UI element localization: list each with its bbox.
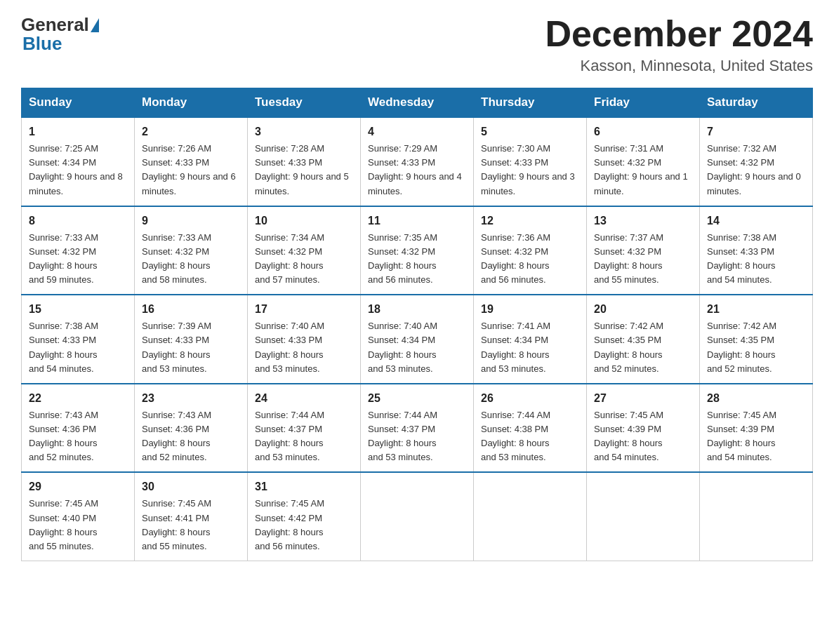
calendar-cell: 31 Sunrise: 7:45 AMSunset: 4:42 PMDaylig… [248, 472, 361, 561]
title-section: December 2024 Kasson, Minnesota, United … [545, 14, 813, 75]
day-number: 29 [29, 478, 127, 495]
calendar-cell: 19 Sunrise: 7:41 AMSunset: 4:34 PMDaylig… [474, 295, 587, 384]
calendar-cell: 29 Sunrise: 7:45 AMSunset: 4:40 PMDaylig… [22, 472, 135, 561]
day-number: 13 [594, 213, 692, 229]
calendar-cell: 10 Sunrise: 7:34 AMSunset: 4:32 PMDaylig… [248, 206, 361, 295]
calendar-cell: 11 Sunrise: 7:35 AMSunset: 4:32 PMDaylig… [361, 206, 474, 295]
calendar-header-monday: Monday [135, 88, 248, 118]
day-info: Sunrise: 7:45 AMSunset: 4:41 PMDaylight:… [142, 498, 211, 551]
calendar-cell: 28 Sunrise: 7:45 AMSunset: 4:39 PMDaylig… [700, 384, 813, 473]
day-info: Sunrise: 7:40 AMSunset: 4:33 PMDaylight:… [255, 321, 324, 373]
day-info: Sunrise: 7:43 AMSunset: 4:36 PMDaylight:… [29, 410, 98, 462]
day-info: Sunrise: 7:44 AMSunset: 4:37 PMDaylight:… [255, 410, 324, 462]
calendar-cell: 8 Sunrise: 7:33 AMSunset: 4:32 PMDayligh… [22, 206, 135, 295]
calendar-cell: 30 Sunrise: 7:45 AMSunset: 4:41 PMDaylig… [135, 472, 248, 561]
day-info: Sunrise: 7:31 AMSunset: 4:32 PMDaylight:… [594, 143, 688, 196]
day-info: Sunrise: 7:44 AMSunset: 4:37 PMDaylight:… [368, 410, 437, 462]
day-info: Sunrise: 7:39 AMSunset: 4:33 PMDaylight:… [142, 321, 211, 373]
day-info: Sunrise: 7:32 AMSunset: 4:32 PMDaylight:… [707, 143, 801, 196]
day-number: 1 [29, 123, 127, 140]
calendar-cell: 23 Sunrise: 7:43 AMSunset: 4:36 PMDaylig… [135, 384, 248, 473]
calendar-cell: 6 Sunrise: 7:31 AMSunset: 4:32 PMDayligh… [587, 117, 700, 206]
day-info: Sunrise: 7:45 AMSunset: 4:40 PMDaylight:… [29, 498, 98, 551]
calendar-cell: 13 Sunrise: 7:37 AMSunset: 4:32 PMDaylig… [587, 206, 700, 295]
day-info: Sunrise: 7:41 AMSunset: 4:34 PMDaylight:… [481, 321, 550, 373]
calendar-header-friday: Friday [587, 88, 700, 118]
day-number: 26 [481, 390, 579, 407]
day-number: 18 [368, 301, 466, 318]
calendar-cell: 5 Sunrise: 7:30 AMSunset: 4:33 PMDayligh… [474, 117, 587, 206]
page-header: General Blue December 2024 Kasson, Minne… [21, 14, 813, 75]
day-number: 4 [368, 123, 466, 140]
day-number: 10 [255, 213, 353, 229]
day-number: 28 [707, 390, 805, 407]
calendar-cell: 17 Sunrise: 7:40 AMSunset: 4:33 PMDaylig… [248, 295, 361, 384]
calendar-week-row: 8 Sunrise: 7:33 AMSunset: 4:32 PMDayligh… [22, 206, 813, 295]
day-number: 12 [481, 213, 579, 229]
calendar-header-tuesday: Tuesday [248, 88, 361, 118]
calendar-table: SundayMondayTuesdayWednesdayThursdayFrid… [21, 88, 813, 561]
day-number: 6 [594, 123, 692, 140]
day-info: Sunrise: 7:30 AMSunset: 4:33 PMDaylight:… [481, 143, 575, 196]
day-info: Sunrise: 7:43 AMSunset: 4:36 PMDaylight:… [142, 410, 211, 462]
day-number: 3 [255, 123, 353, 140]
day-info: Sunrise: 7:33 AMSunset: 4:32 PMDaylight:… [29, 232, 98, 285]
calendar-header-row: SundayMondayTuesdayWednesdayThursdayFrid… [22, 88, 813, 118]
calendar-cell: 18 Sunrise: 7:40 AMSunset: 4:34 PMDaylig… [361, 295, 474, 384]
logo-blue-text: Blue [22, 33, 62, 54]
calendar-cell: 15 Sunrise: 7:38 AMSunset: 4:33 PMDaylig… [22, 295, 135, 384]
logo-triangle-icon [91, 18, 99, 32]
day-info: Sunrise: 7:28 AMSunset: 4:33 PMDaylight:… [255, 143, 349, 196]
calendar-cell: 1 Sunrise: 7:25 AMSunset: 4:34 PMDayligh… [22, 117, 135, 206]
day-number: 5 [481, 123, 579, 140]
day-number: 19 [481, 301, 579, 318]
calendar-header-sunday: Sunday [22, 88, 135, 118]
calendar-cell: 3 Sunrise: 7:28 AMSunset: 4:33 PMDayligh… [248, 117, 361, 206]
day-number: 16 [142, 301, 240, 318]
calendar-cell: 4 Sunrise: 7:29 AMSunset: 4:33 PMDayligh… [361, 117, 474, 206]
calendar-week-row: 29 Sunrise: 7:45 AMSunset: 4:40 PMDaylig… [22, 472, 813, 561]
day-number: 31 [255, 478, 353, 495]
day-info: Sunrise: 7:45 AMSunset: 4:42 PMDaylight:… [255, 498, 324, 551]
day-number: 24 [255, 390, 353, 407]
calendar-cell: 21 Sunrise: 7:42 AMSunset: 4:35 PMDaylig… [700, 295, 813, 384]
day-number: 21 [707, 301, 805, 318]
calendar-cell: 14 Sunrise: 7:38 AMSunset: 4:33 PMDaylig… [700, 206, 813, 295]
calendar-cell: 7 Sunrise: 7:32 AMSunset: 4:32 PMDayligh… [700, 117, 813, 206]
day-number: 20 [594, 301, 692, 318]
day-number: 27 [594, 390, 692, 407]
day-info: Sunrise: 7:25 AMSunset: 4:34 PMDaylight:… [29, 143, 123, 196]
day-info: Sunrise: 7:42 AMSunset: 4:35 PMDaylight:… [707, 321, 776, 373]
calendar-header-saturday: Saturday [700, 88, 813, 118]
logo: General Blue [21, 14, 100, 55]
calendar-cell: 2 Sunrise: 7:26 AMSunset: 4:33 PMDayligh… [135, 117, 248, 206]
calendar-cell: 16 Sunrise: 7:39 AMSunset: 4:33 PMDaylig… [135, 295, 248, 384]
calendar-header-thursday: Thursday [474, 88, 587, 118]
day-number: 8 [29, 213, 127, 229]
calendar-cell: 27 Sunrise: 7:45 AMSunset: 4:39 PMDaylig… [587, 384, 700, 473]
calendar-cell [361, 472, 474, 561]
calendar-cell [474, 472, 587, 561]
day-number: 15 [29, 301, 127, 318]
calendar-cell: 26 Sunrise: 7:44 AMSunset: 4:38 PMDaylig… [474, 384, 587, 473]
day-info: Sunrise: 7:40 AMSunset: 4:34 PMDaylight:… [368, 321, 437, 373]
day-number: 11 [368, 213, 466, 229]
day-info: Sunrise: 7:36 AMSunset: 4:32 PMDaylight:… [481, 232, 550, 285]
day-info: Sunrise: 7:34 AMSunset: 4:32 PMDaylight:… [255, 232, 324, 285]
day-info: Sunrise: 7:37 AMSunset: 4:32 PMDaylight:… [594, 232, 663, 285]
day-number: 2 [142, 123, 240, 140]
calendar-cell: 24 Sunrise: 7:44 AMSunset: 4:37 PMDaylig… [248, 384, 361, 473]
day-number: 23 [142, 390, 240, 407]
day-number: 22 [29, 390, 127, 407]
calendar-cell: 25 Sunrise: 7:44 AMSunset: 4:37 PMDaylig… [361, 384, 474, 473]
day-number: 30 [142, 478, 240, 495]
day-number: 9 [142, 213, 240, 229]
day-info: Sunrise: 7:33 AMSunset: 4:32 PMDaylight:… [142, 232, 211, 285]
calendar-cell: 12 Sunrise: 7:36 AMSunset: 4:32 PMDaylig… [474, 206, 587, 295]
day-number: 7 [707, 123, 805, 140]
day-number: 14 [707, 213, 805, 229]
day-info: Sunrise: 7:42 AMSunset: 4:35 PMDaylight:… [594, 321, 663, 373]
day-info: Sunrise: 7:45 AMSunset: 4:39 PMDaylight:… [594, 410, 663, 462]
calendar-week-row: 22 Sunrise: 7:43 AMSunset: 4:36 PMDaylig… [22, 384, 813, 473]
calendar-cell: 20 Sunrise: 7:42 AMSunset: 4:35 PMDaylig… [587, 295, 700, 384]
